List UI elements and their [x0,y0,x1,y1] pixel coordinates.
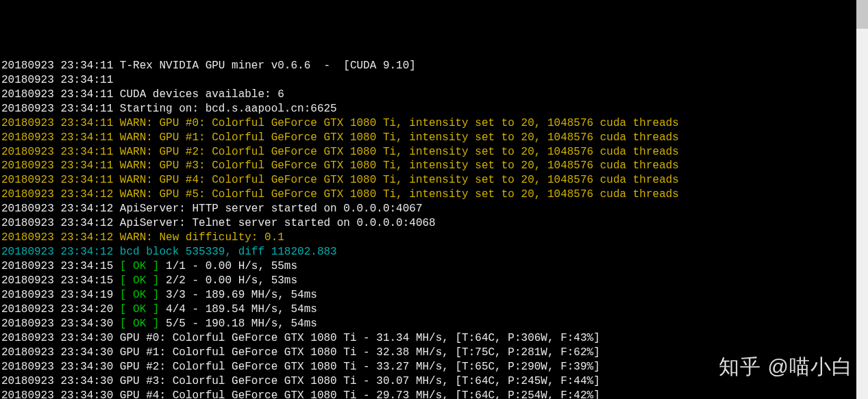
ok-badge: [ OK ] [120,274,160,287]
log-line: 20180923 23:34:11 Starting on: bcd.s.aap… [1,102,868,116]
log-line: 20180923 23:34:12 ApiServer: HTTP server… [1,202,868,216]
ok-badge: [ OK ] [120,289,160,301]
log-message: 20180923 23:34:30 GPU #1: Colorful GeFor… [1,346,600,359]
log-line: 20180923 23:34:12 WARN: New difficulty: … [1,231,868,245]
log-line: 20180923 23:34:11 CUDA devices available… [1,88,868,102]
log-message: 1/1 - 0.00 H/s, 55ms [159,260,297,272]
log-message: 20180923 23:34:12 ApiServer: HTTP server… [1,203,423,215]
log-message: 20180923 23:34:11 [1,74,113,86]
log-line: 20180923 23:34:30 GPU #4: Colorful GeFor… [1,389,868,399]
log-message: 20180923 23:34:11 WARN: GPU #3: Colorful… [1,159,679,172]
log-message: 20180923 23:34:12 WARN: New difficulty: … [1,231,284,244]
watermark: 知乎 @喵小白 [719,353,853,380]
log-line: 20180923 23:34:12 bcd block 535339, diff… [1,245,868,259]
log-message: 20180923 23:34:11 WARN: GPU #1: Colorful… [1,131,679,144]
ok-badge: [ OK ] [120,303,160,316]
scrollbar-track[interactable] [856,0,868,399]
log-message: 20180923 23:34:11 T-Rex NVIDIA GPU miner… [1,60,416,72]
log-message: 4/4 - 189.54 MH/s, 54ms [159,303,317,316]
log-timestamp: 20180923 23:34:20 [1,303,120,316]
log-message: 20180923 23:34:12 ApiServer: Telnet serv… [1,217,436,229]
log-message: 20180923 23:34:30 GPU #4: Colorful GeFor… [1,389,600,399]
log-line: 20180923 23:34:12 ApiServer: Telnet serv… [1,216,868,231]
ok-badge: [ OK ] [120,318,160,330]
log-line: 20180923 23:34:15 [ OK ] 2/2 - 0.00 H/s,… [1,274,868,288]
log-message: 20180923 23:34:11 WARN: GPU #0: Colorful… [1,117,679,129]
log-line: 20180923 23:34:19 [ OK ] 3/3 - 189.69 MH… [1,288,868,303]
log-line: 20180923 23:34:11 WARN: GPU #1: Colorful… [1,131,868,145]
log-timestamp: 20180923 23:34:15 [1,274,120,287]
log-timestamp: 20180923 23:34:19 [1,289,120,301]
log-message: 20180923 23:34:11 WARN: GPU #2: Colorful… [1,146,679,158]
ok-badge: [ OK ] [120,260,160,272]
log-message: 20180923 23:34:30 GPU #3: Colorful GeFor… [1,375,600,387]
log-message: 20180923 23:34:11 Starting on: bcd.s.aap… [1,103,337,115]
log-line: 20180923 23:34:11 WARN: GPU #0: Colorful… [1,116,868,131]
log-timestamp: 20180923 23:34:30 [1,318,120,330]
scrollbar-thumb[interactable] [856,0,868,29]
log-line: 20180923 23:34:11 WARN: GPU #4: Colorful… [1,173,868,188]
log-line: 20180923 23:34:30 GPU #0: Colorful GeFor… [1,331,868,346]
log-message: 20180923 23:34:30 GPU #0: Colorful GeFor… [1,332,600,344]
log-message: 20180923 23:34:12 bcd block 535339, diff… [1,246,337,258]
log-message: 5/5 - 190.18 MH/s, 54ms [159,318,317,330]
log-timestamp: 20180923 23:34:15 [1,260,120,272]
log-line: 20180923 23:34:11 WARN: GPU #2: Colorful… [1,145,868,159]
log-line: 20180923 23:34:30 [ OK ] 5/5 - 190.18 MH… [1,317,868,331]
terminal-output: 20180923 23:34:11 T-Rex NVIDIA GPU miner… [0,57,868,399]
log-message: 2/2 - 0.00 H/s, 53ms [159,274,297,287]
log-line: 20180923 23:34:11 T-Rex NVIDIA GPU miner… [1,59,868,73]
log-line: 20180923 23:34:12 WARN: GPU #5: Colorful… [1,188,868,202]
log-message: 20180923 23:34:12 WARN: GPU #5: Colorful… [1,188,679,201]
log-line: 20180923 23:34:20 [ OK ] 4/4 - 189.54 MH… [1,303,868,317]
log-line: 20180923 23:34:15 [ OK ] 1/1 - 0.00 H/s,… [1,259,868,274]
log-line: 20180923 23:34:11 WARN: GPU #3: Colorful… [1,159,868,173]
log-line: 20180923 23:34:11 [1,73,868,88]
log-message: 20180923 23:34:11 CUDA devices available… [1,88,284,101]
log-message: 20180923 23:34:11 WARN: GPU #4: Colorful… [1,174,679,186]
log-message: 20180923 23:34:30 GPU #2: Colorful GeFor… [1,361,600,373]
log-message: 3/3 - 189.69 MH/s, 54ms [159,289,317,301]
